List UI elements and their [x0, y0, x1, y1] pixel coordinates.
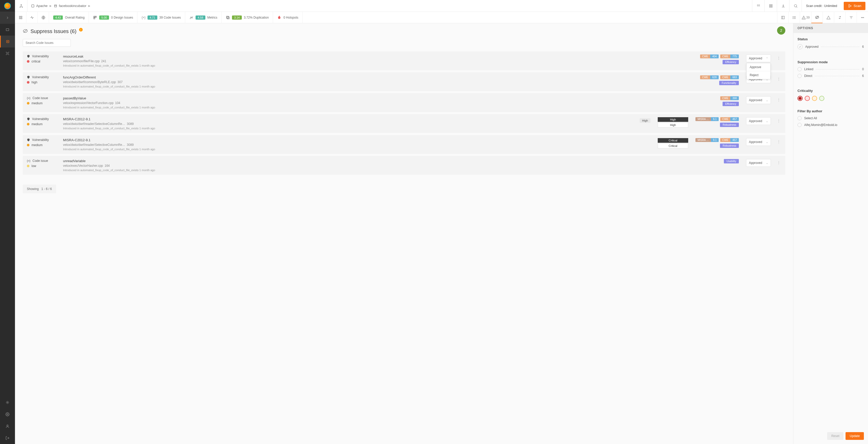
author-row[interactable]: Alfej.Momin@Embold.io [798, 123, 864, 127]
help-icon[interactable]: i [79, 28, 83, 32]
status-dropdown[interactable]: Approved⌄ [746, 117, 771, 125]
issue-row[interactable]: Vulnerability high funcArgOrderDifferent… [23, 72, 785, 91]
chevron-right-icon: ▶ [88, 4, 90, 7]
issue-type: Vulnerability [32, 55, 49, 58]
compare-icon[interactable] [834, 12, 845, 23]
more-icon[interactable] [857, 12, 868, 23]
metric-code[interactable]: {×}4.7139 Code Issues [137, 12, 185, 23]
options-header: OPTIONS [793, 23, 868, 33]
issue-path: velox/dwio/dwrf/reader/SelectiveColumnRe… [63, 122, 634, 126]
cwe-tag: CWE404 [700, 55, 719, 58]
rail-project-icon[interactable] [0, 24, 15, 36]
more-icon[interactable]: ⋮ [776, 140, 781, 143]
svg-point-6 [7, 425, 8, 426]
hierarchy-icon[interactable] [15, 0, 27, 12]
status-dropdown[interactable]: Approved⌃ApproveReject [746, 55, 771, 62]
update-button[interactable]: Update [845, 432, 864, 440]
metric-metrics[interactable]: 4.58Metrics [185, 12, 222, 23]
rail-user-icon[interactable] [0, 420, 15, 432]
dashboard-icon[interactable] [15, 12, 26, 23]
svg-rect-38 [781, 16, 784, 19]
activity-icon[interactable] [26, 12, 38, 23]
status-menu: ApproveReject [746, 63, 771, 79]
download-icon[interactable] [777, 0, 789, 12]
globe-icon[interactable] [38, 12, 49, 23]
crumb-repo[interactable]: facebookincubator [54, 4, 86, 8]
search-input[interactable] [23, 39, 71, 47]
filter-icon[interactable] [845, 12, 857, 23]
criticality-low[interactable] [819, 96, 824, 101]
criticality-heading: Criticality [798, 89, 864, 93]
cwe-tag: CWE457 [720, 138, 739, 142]
reset-button[interactable]: Reset [827, 432, 843, 440]
grid-icon[interactable] [752, 0, 765, 12]
issue-severity: low [32, 164, 36, 168]
issue-intro: Introduced in automated_fixup_code_of_co… [63, 64, 695, 67]
svg-point-8 [21, 4, 22, 5]
select-all-row[interactable]: Select All [798, 116, 864, 120]
rail-logout-icon[interactable] [0, 432, 15, 444]
warnings-icon[interactable]: 39 [800, 12, 811, 23]
status-approve[interactable]: Approve [747, 63, 770, 71]
svg-rect-34 [95, 16, 97, 17]
metric-hotspots[interactable]: 0 Hotspots [273, 12, 303, 23]
svg-point-53 [862, 17, 863, 18]
rail-issues-icon[interactable] [0, 36, 15, 47]
more-icon[interactable]: ⋮ [776, 56, 781, 60]
issue-type: Vulnerability [32, 117, 49, 121]
more-icon[interactable]: ⋮ [776, 77, 781, 81]
metric-design[interactable]: 5.000 Design Issues [89, 12, 137, 23]
status-dropdown[interactable]: Approved⌄ [746, 96, 771, 104]
supp-linked-row[interactable]: Linked0 [798, 67, 864, 71]
issue-row[interactable]: {×}Code issue medium passedByValue velox… [23, 93, 785, 112]
svg-rect-21 [771, 4, 772, 5]
scan-credit: Scan credit : Unlimited [802, 0, 841, 12]
more-icon[interactable]: ⋮ [776, 161, 781, 164]
rail-settings-icon[interactable] [0, 408, 15, 420]
more-icon[interactable]: ⋮ [776, 98, 781, 102]
svg-rect-23 [771, 6, 772, 7]
metric-duplication[interactable]: 3.143.72% Duplication [222, 12, 273, 23]
breadcrumb: Apache ▶ facebookincubator ▶ [27, 4, 94, 8]
criticality-critical[interactable] [798, 96, 803, 101]
apps-icon[interactable] [765, 0, 777, 12]
layout-icon[interactable] [777, 12, 788, 23]
svg-point-10 [22, 7, 23, 7]
issue-path: velox/dwio/dwrf/reader/SelectiveColumnRe… [63, 143, 653, 147]
issue-row[interactable]: {×}Code issue low unreadVariable velox/e… [23, 156, 785, 175]
scan-button[interactable]: Scan [844, 2, 865, 10]
crumb-org[interactable]: Apache [31, 4, 48, 8]
criticality-medium[interactable] [812, 96, 817, 101]
cwe-tag: CWE683 [720, 75, 739, 79]
supp-direct-row[interactable]: Direct6 [798, 74, 864, 78]
svg-point-5 [7, 414, 8, 415]
metric-overall[interactable]: 4.43Overall Rating [49, 12, 89, 23]
status-dropdown[interactable]: Approved⌄ [746, 159, 771, 167]
issue-row[interactable]: Vulnerability medium MISRA-C2012-9.1 vel… [23, 114, 785, 133]
app-logo[interactable] [0, 0, 15, 12]
chevron-down-icon: ⌄ [766, 120, 768, 123]
alert-icon[interactable] [823, 12, 834, 23]
severity-dot [27, 60, 29, 63]
issue-name: unreadVariable [63, 159, 719, 163]
status-dropdown[interactable]: Approved⌄ [746, 138, 771, 146]
criticality-high[interactable] [805, 96, 810, 101]
category-tag: Robustness [720, 143, 739, 148]
status-reject[interactable]: Reject [747, 71, 770, 79]
svg-rect-28 [21, 16, 22, 17]
issue-row[interactable]: Vulnerability medium MISRA-C2012-9.1 vel… [23, 135, 785, 154]
suppression-heading: Suppression mode [798, 60, 864, 64]
sidebar-expand[interactable] [0, 12, 15, 24]
search-icon[interactable] [789, 0, 802, 12]
category-tag: Functionality [719, 81, 739, 85]
status-approved-row[interactable]: ✓ Approved 6 [798, 44, 864, 49]
list-icon[interactable] [788, 12, 800, 23]
issue-name: resourceLeak [63, 55, 695, 58]
rail-scan-icon[interactable] [0, 47, 15, 59]
issue-row[interactable]: Vulnerability critical resourceLeak velo… [23, 52, 785, 70]
rail-integrations-icon[interactable] [0, 397, 15, 408]
svg-point-43 [793, 16, 793, 16]
suppress-icon[interactable] [811, 12, 823, 23]
more-icon[interactable]: ⋮ [776, 119, 781, 123]
svg-point-44 [793, 17, 793, 18]
